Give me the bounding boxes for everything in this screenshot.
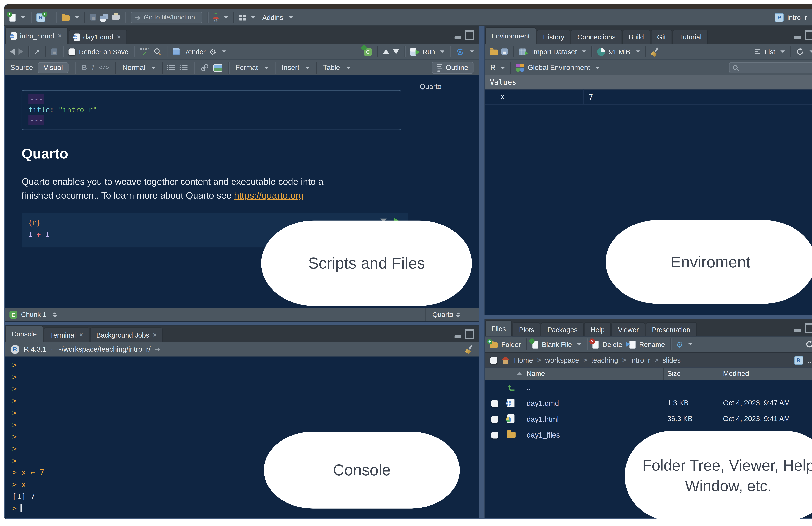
project-root-icon[interactable]: R [794, 356, 803, 365]
italic-button[interactable]: I [91, 63, 94, 72]
maximize-pane-icon[interactable] [805, 323, 812, 333]
paragraph-style-dropdown[interactable] [152, 67, 156, 69]
document-paragraph[interactable]: Quarto enables you to weave together con… [21, 175, 408, 202]
tab-presentation[interactable]: Presentation [646, 322, 697, 337]
forward-icon[interactable] [18, 48, 23, 55]
table-dropdown[interactable] [346, 67, 351, 69]
insert-menu[interactable]: Insert [281, 64, 300, 72]
addins-dropdown[interactable] [288, 16, 293, 18]
delete-button[interactable]: Delete [603, 340, 622, 348]
select-all-checkbox[interactable] [490, 357, 497, 364]
numbered-list-icon[interactable] [182, 65, 188, 70]
tab-tutorial[interactable]: Tutorial [673, 30, 708, 44]
clear-console-icon[interactable] [465, 345, 474, 353]
new-folder-button[interactable]: Folder [501, 340, 521, 348]
tab-console[interactable]: Console [5, 325, 43, 342]
render-button[interactable]: Render [183, 47, 206, 56]
run-dropdown[interactable] [440, 50, 445, 53]
save-workspace-icon[interactable] [501, 48, 508, 55]
open-file-dropdown[interactable] [75, 16, 79, 18]
file-checkbox[interactable] [491, 416, 498, 423]
minimize-pane-icon[interactable] [794, 329, 801, 332]
sort-icon[interactable] [517, 372, 522, 375]
refresh-environment-icon[interactable] [796, 47, 804, 56]
values-section-header[interactable]: Values [485, 75, 812, 90]
tab-help[interactable]: Help [584, 322, 611, 337]
minimize-pane-icon[interactable] [454, 335, 461, 338]
insert-chunk-button[interactable]: +C [364, 47, 372, 56]
document-heading[interactable]: Quarto [21, 146, 408, 162]
tab-build[interactable]: Build [622, 30, 650, 44]
link-icon[interactable] [201, 64, 208, 72]
workspace-panes-dropdown[interactable] [251, 16, 256, 18]
new-project-button[interactable]: R+ [37, 13, 51, 22]
chunk-position-label[interactable]: Chunk 1 [21, 310, 47, 319]
breadcrumb-item-workspace[interactable]: workspace [545, 356, 579, 364]
environment-scope-select[interactable]: Global Environment [528, 64, 590, 72]
run-next-icon[interactable] [393, 49, 399, 54]
list-view-button[interactable]: List [765, 47, 775, 56]
print-button[interactable] [112, 15, 119, 20]
more-breadcrumb-button[interactable]: ... [807, 356, 812, 364]
outline-item-quarto[interactable]: Quarto [420, 83, 494, 91]
tab-intro-r-qmd[interactable]: intro_r.qmd× [5, 27, 68, 44]
project-menu[interactable]: intro_r [787, 14, 807, 21]
quarto-org-link[interactable]: https://quarto.org [234, 190, 304, 201]
load-workspace-icon[interactable] [490, 48, 498, 55]
table-menu[interactable]: Table [323, 64, 340, 72]
image-icon[interactable] [213, 64, 222, 71]
breadcrumb-item-home[interactable]: Home [514, 356, 533, 364]
save-all-button[interactable] [100, 14, 108, 21]
file-checkbox[interactable] [491, 432, 498, 438]
file-name[interactable]: .. [527, 383, 531, 392]
source-rerun-dropdown[interactable] [470, 50, 474, 53]
code-button[interactable]: </> [99, 64, 109, 71]
tab-history[interactable]: History [537, 30, 571, 44]
format-spinner-icon[interactable] [456, 312, 460, 317]
file-row-day1-html[interactable]: day1.html36.3 KBOct 4, 2023, 9:41 AM [485, 412, 812, 427]
close-tab-icon[interactable]: × [153, 331, 157, 338]
breadcrumb-item-slides[interactable]: slides [663, 356, 681, 364]
column-header-size[interactable]: Size [667, 370, 681, 378]
paragraph-style-select[interactable]: Normal [122, 64, 145, 72]
memory-usage-button[interactable]: 91 MiB [609, 47, 630, 56]
import-dataset-button[interactable]: Import Dataset [532, 47, 577, 56]
chunk-spinner-icon[interactable] [53, 312, 57, 317]
save-document-icon[interactable] [51, 48, 57, 55]
tab-day1-qmd[interactable]: day1.qmd× [69, 30, 127, 44]
maximize-pane-icon[interactable] [805, 30, 812, 40]
file-row-day1-qmd[interactable]: day1.qmd1.3 KBOct 4, 2023, 9:47 AM [485, 396, 812, 412]
column-header-name[interactable]: Name [527, 370, 545, 378]
version-control-dropdown[interactable] [224, 16, 228, 18]
tab-packages[interactable]: Packages [541, 322, 584, 337]
save-button[interactable] [90, 14, 97, 20]
run-button[interactable]: Run [422, 47, 435, 56]
blank-file-dropdown[interactable] [577, 343, 581, 345]
tab-connections[interactable]: Connections [571, 30, 622, 44]
popout-icon[interactable]: ↗ [34, 47, 40, 56]
back-icon[interactable] [10, 48, 15, 55]
new-file-dropdown[interactable] [21, 16, 25, 18]
gear-icon[interactable]: ⚙ [209, 47, 217, 56]
search-icon[interactable] [153, 47, 162, 56]
file-name[interactable]: day1.qmd [527, 399, 559, 408]
file-checkbox[interactable] [491, 400, 498, 407]
breadcrumb-item-teaching[interactable]: teaching [591, 356, 618, 364]
bullet-list-icon[interactable] [169, 65, 175, 70]
close-tab-icon[interactable]: × [117, 33, 121, 41]
workspace-panes-icon[interactable] [239, 14, 246, 20]
goto-directory-icon[interactable]: ➔ [155, 345, 160, 353]
outline-toggle-button[interactable]: Outline [432, 61, 474, 74]
clear-environment-icon[interactable] [651, 47, 659, 56]
tab-files[interactable]: Files [485, 320, 512, 337]
memory-dropdown[interactable] [636, 50, 640, 53]
minimize-pane-icon[interactable] [454, 36, 461, 39]
file-name[interactable]: day1_files [527, 431, 560, 439]
render-on-save-checkbox[interactable] [68, 48, 75, 55]
file-name[interactable]: day1.html [527, 415, 559, 423]
language-select[interactable]: R [490, 64, 495, 72]
tab-git[interactable]: Git [651, 30, 672, 44]
tab-terminal[interactable]: Terminal× [44, 327, 89, 342]
source-rerun-icon[interactable] [455, 47, 464, 56]
environment-scope-dropdown[interactable] [595, 67, 599, 69]
